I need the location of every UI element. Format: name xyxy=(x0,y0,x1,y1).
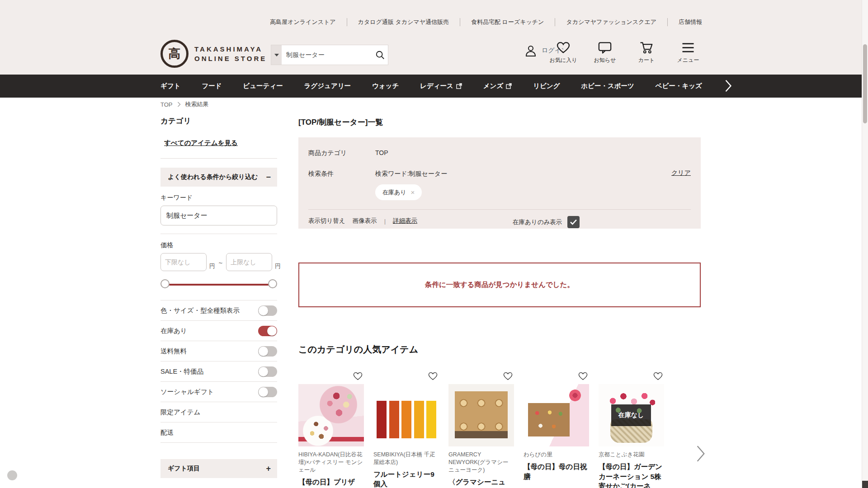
clear-conditions-link[interactable]: クリア xyxy=(671,169,691,177)
utility-nav: 高島屋オンラインストア カタログ通販 タカシマヤ通信販売 食料品宅配 ローズキッ… xyxy=(270,18,702,26)
cart-icon xyxy=(640,42,653,54)
display-image-option[interactable]: 画像表示 xyxy=(353,217,377,225)
stock-only-checkbox[interactable] xyxy=(567,216,580,228)
results-main: [TOP/制服セーター]一覧 商品カテゴリ TOP 検索条件 検索ワード:制服セ… xyxy=(298,115,701,488)
filter-row-limited-items[interactable]: 限定アイテム xyxy=(160,402,277,422)
takashimaya-logo-mark-icon: 高 xyxy=(160,40,189,68)
product-card[interactable]: わらびの里 【母の日】母の日祝膳 xyxy=(524,372,589,488)
price-min-input[interactable] xyxy=(160,253,207,271)
search-input[interactable] xyxy=(282,45,373,65)
product-card[interactable]: 在庫なし 京都ことぶき花園 【母の日】ガーデンカーネーション 5株寄せかご(カー… xyxy=(599,372,664,488)
utility-link-catalog[interactable]: カタログ通販 タカシマヤ通信販売 xyxy=(347,18,460,26)
favorites-button[interactable]: お気に入り xyxy=(549,42,577,64)
chat-widget-button[interactable] xyxy=(7,470,17,480)
cart-button[interactable]: カート xyxy=(632,42,660,64)
divider xyxy=(160,234,277,234)
utility-link-rose-kitchen[interactable]: 食料品宅配 ローズキッチン xyxy=(460,18,555,26)
product-brand: HIBIYA-KADAN(日比谷花壇)×パティスリー モンシェール xyxy=(298,451,364,474)
product-image[interactable] xyxy=(448,384,514,446)
category-row: 商品カテゴリ TOP xyxy=(308,149,691,157)
filter-row-free-shipping[interactable]: 送料無料 xyxy=(160,341,277,361)
search-category-dropdown[interactable] xyxy=(271,45,282,65)
favorites-label: お気に入り xyxy=(550,56,577,64)
utility-link-store-info[interactable]: 店舗情報 xyxy=(667,18,702,26)
nav-item-ladies[interactable]: レディース xyxy=(420,82,462,90)
filter-row-in-stock[interactable]: 在庫あり xyxy=(160,321,277,341)
favorite-toggle[interactable] xyxy=(599,372,664,380)
price-label: 価格 xyxy=(160,241,277,249)
filter-panel-header[interactable]: よく使われる条件から絞り込む − xyxy=(160,168,277,187)
yen-label: 円 xyxy=(209,263,215,271)
heart-icon xyxy=(428,372,438,380)
product-image[interactable] xyxy=(373,384,439,446)
heart-icon xyxy=(653,372,663,380)
gift-section-header[interactable]: ギフト項目 + xyxy=(160,459,277,478)
utility-link-fashion-square[interactable]: タカシマヤファッションスクエア xyxy=(555,18,667,26)
filter-row-color-size[interactable]: 色・サイズ・型全種類表示 xyxy=(160,300,277,321)
search-button[interactable] xyxy=(373,45,388,65)
display-toggle-row: 表示切り替え 画像表示 | 詳細表示 在庫ありのみ表示 xyxy=(308,217,691,225)
scrollbar-down-button[interactable] xyxy=(862,481,868,488)
product-card[interactable]: HIBIYA-KADAN(日比谷花壇)×パティスリー モンシェール 【母の日】プ… xyxy=(298,372,364,488)
product-image[interactable]: 在庫なし xyxy=(599,384,664,446)
menu-button[interactable]: メニュー xyxy=(674,42,702,64)
toggle-social-gift[interactable] xyxy=(258,387,277,397)
favorite-toggle[interactable] xyxy=(298,372,364,380)
slider-min-handle[interactable] xyxy=(160,279,170,288)
nav-item-hobby-sports[interactable]: ホビー・スポーツ xyxy=(581,82,634,90)
stock-only-group: 在庫ありのみ表示 xyxy=(513,216,580,228)
nav-item-food[interactable]: フード xyxy=(202,82,222,90)
takashimaya-search-results-page: 高島屋オンラインストア カタログ通販 タカシマヤ通信販売 食料品宅配 ローズキッ… xyxy=(0,0,868,488)
nav-item-watch[interactable]: ウォッチ xyxy=(372,82,399,90)
notifications-label: お知らせ xyxy=(594,56,616,64)
product-title: 【母の日】ガーデンカーネーション 5株寄せかご(カーネ xyxy=(599,462,664,488)
category-heading: カテゴリ xyxy=(160,116,277,126)
header-area: 高島屋オンラインストア カタログ通販 タカシマヤ通信販売 食料品宅配 ローズキッ… xyxy=(0,0,868,75)
scrollbar-thumb[interactable] xyxy=(863,44,867,123)
category-value: TOP xyxy=(375,149,388,157)
nav-item-gift[interactable]: ギフト xyxy=(160,82,181,90)
filter-row-sale[interactable]: SALE・特価品 xyxy=(160,361,277,382)
utility-link-online-store[interactable]: 高島屋オンラインストア xyxy=(270,18,346,26)
filter-row-delivery[interactable]: 配送 xyxy=(160,422,277,443)
notifications-button[interactable]: お知らせ xyxy=(591,42,619,64)
checkmark-icon xyxy=(570,219,577,225)
toggle-sale[interactable] xyxy=(258,366,277,377)
nav-scroll-next-button[interactable] xyxy=(724,79,732,93)
search-icon xyxy=(375,50,385,60)
chip-remove-icon[interactable]: × xyxy=(411,188,415,196)
product-brand: 京都ことぶき花園 xyxy=(599,451,664,459)
price-max-input[interactable] xyxy=(226,253,272,271)
toggle-free-shipping[interactable] xyxy=(258,346,277,357)
product-card[interactable]: SEMBIKIYA(日本橋 千疋屋総本店) フルートジェリー9個入 xyxy=(373,372,439,488)
nav-item-living[interactable]: リビング xyxy=(533,82,560,90)
product-image[interactable] xyxy=(524,384,589,446)
breadcrumb-chevron-icon xyxy=(177,102,181,107)
display-detail-option[interactable]: 詳細表示 xyxy=(393,217,417,225)
breadcrumb-top-link[interactable]: TOP xyxy=(160,101,173,108)
nav-item-beauty[interactable]: ビューティー xyxy=(243,82,283,90)
product-card[interactable]: GRAMERCY NEWYORK(グラマシーニューヨーク) 〈グラマシーニュ xyxy=(448,372,514,488)
tilde-label: ~ xyxy=(219,259,223,271)
favorite-toggle[interactable] xyxy=(373,372,439,380)
favorite-toggle[interactable] xyxy=(524,372,589,380)
divider xyxy=(160,158,277,159)
carousel-next-button[interactable] xyxy=(696,445,705,462)
product-title: フルートジェリー9個入 xyxy=(373,469,439,488)
slider-max-handle[interactable] xyxy=(268,279,277,288)
filter-toggle-list: 色・サイズ・型全種類表示 在庫あり 送料無料 SALE・特価品 ソーシャルギフト… xyxy=(160,300,277,443)
nav-item-luxury[interactable]: ラグジュアリー xyxy=(304,82,351,90)
favorite-toggle[interactable] xyxy=(448,372,514,380)
breadcrumb: TOP 検索結果 xyxy=(160,100,209,108)
speech-bubble-icon xyxy=(598,42,612,54)
filter-row-social-gift[interactable]: ソーシャルギフト xyxy=(160,382,277,402)
nav-item-baby-kids[interactable]: ベビー・キッズ xyxy=(656,82,702,90)
keyword-input[interactable] xyxy=(160,206,277,225)
product-image[interactable] xyxy=(298,384,364,446)
product-brand: SEMBIKIYA(日本橋 千疋屋総本店) xyxy=(373,451,439,466)
view-all-items-link[interactable]: すべてのアイテムを見る xyxy=(164,139,238,147)
nav-item-mens[interactable]: メンズ xyxy=(483,82,512,90)
toggle-color-size[interactable] xyxy=(258,305,277,316)
takashimaya-logo[interactable]: 高 TAKASHIMAYA ONLINE STORE xyxy=(160,40,267,68)
toggle-in-stock[interactable] xyxy=(258,326,277,336)
